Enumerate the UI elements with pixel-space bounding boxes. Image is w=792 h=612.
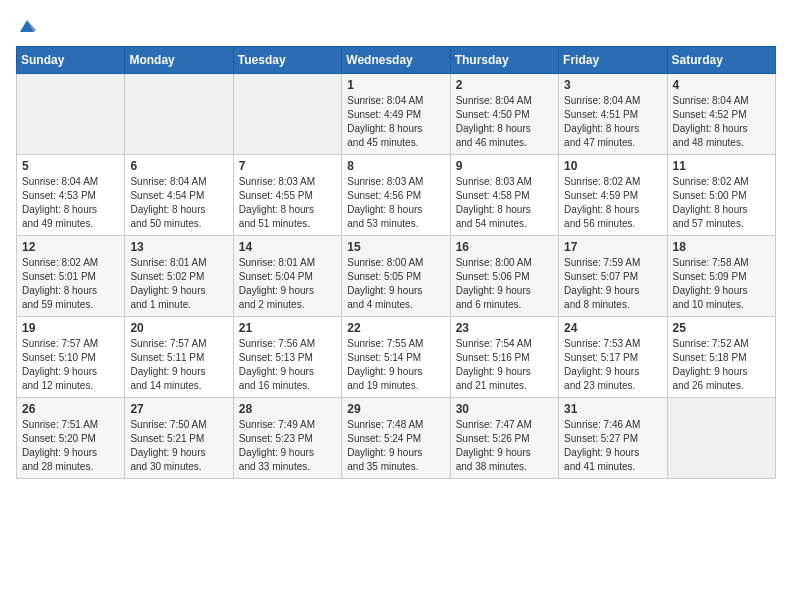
day-number: 26 (22, 402, 119, 416)
logo-triangle-icon (18, 16, 36, 34)
day-cell: 12Sunrise: 8:02 AM Sunset: 5:01 PM Dayli… (17, 236, 125, 317)
day-cell: 14Sunrise: 8:01 AM Sunset: 5:04 PM Dayli… (233, 236, 341, 317)
day-number: 23 (456, 321, 553, 335)
day-info: Sunrise: 8:04 AM Sunset: 4:54 PM Dayligh… (130, 175, 227, 231)
header-row: SundayMondayTuesdayWednesdayThursdayFrid… (17, 47, 776, 74)
day-info: Sunrise: 7:46 AM Sunset: 5:27 PM Dayligh… (564, 418, 661, 474)
day-info: Sunrise: 8:02 AM Sunset: 5:01 PM Dayligh… (22, 256, 119, 312)
day-info: Sunrise: 8:04 AM Sunset: 4:50 PM Dayligh… (456, 94, 553, 150)
day-cell: 28Sunrise: 7:49 AM Sunset: 5:23 PM Dayli… (233, 398, 341, 479)
day-cell (233, 74, 341, 155)
day-cell: 25Sunrise: 7:52 AM Sunset: 5:18 PM Dayli… (667, 317, 775, 398)
day-info: Sunrise: 8:04 AM Sunset: 4:51 PM Dayligh… (564, 94, 661, 150)
day-info: Sunrise: 8:00 AM Sunset: 5:06 PM Dayligh… (456, 256, 553, 312)
day-number: 1 (347, 78, 444, 92)
day-number: 5 (22, 159, 119, 173)
day-number: 18 (673, 240, 770, 254)
day-cell: 7Sunrise: 8:03 AM Sunset: 4:55 PM Daylig… (233, 155, 341, 236)
header-tuesday: Tuesday (233, 47, 341, 74)
week-row-1: 1Sunrise: 8:04 AM Sunset: 4:49 PM Daylig… (17, 74, 776, 155)
header-thursday: Thursday (450, 47, 558, 74)
day-info: Sunrise: 7:53 AM Sunset: 5:17 PM Dayligh… (564, 337, 661, 393)
logo (16, 16, 36, 34)
day-info: Sunrise: 8:01 AM Sunset: 5:02 PM Dayligh… (130, 256, 227, 312)
day-cell: 16Sunrise: 8:00 AM Sunset: 5:06 PM Dayli… (450, 236, 558, 317)
day-cell: 24Sunrise: 7:53 AM Sunset: 5:17 PM Dayli… (559, 317, 667, 398)
week-row-3: 12Sunrise: 8:02 AM Sunset: 5:01 PM Dayli… (17, 236, 776, 317)
day-number: 19 (22, 321, 119, 335)
day-number: 7 (239, 159, 336, 173)
day-number: 28 (239, 402, 336, 416)
day-info: Sunrise: 7:52 AM Sunset: 5:18 PM Dayligh… (673, 337, 770, 393)
day-info: Sunrise: 8:04 AM Sunset: 4:52 PM Dayligh… (673, 94, 770, 150)
day-number: 8 (347, 159, 444, 173)
day-cell: 9Sunrise: 8:03 AM Sunset: 4:58 PM Daylig… (450, 155, 558, 236)
day-number: 16 (456, 240, 553, 254)
day-number: 12 (22, 240, 119, 254)
day-info: Sunrise: 7:55 AM Sunset: 5:14 PM Dayligh… (347, 337, 444, 393)
day-number: 4 (673, 78, 770, 92)
day-number: 29 (347, 402, 444, 416)
day-info: Sunrise: 7:50 AM Sunset: 5:21 PM Dayligh… (130, 418, 227, 474)
day-number: 27 (130, 402, 227, 416)
day-info: Sunrise: 7:58 AM Sunset: 5:09 PM Dayligh… (673, 256, 770, 312)
header-friday: Friday (559, 47, 667, 74)
day-info: Sunrise: 8:03 AM Sunset: 4:56 PM Dayligh… (347, 175, 444, 231)
day-number: 11 (673, 159, 770, 173)
day-number: 24 (564, 321, 661, 335)
week-row-4: 19Sunrise: 7:57 AM Sunset: 5:10 PM Dayli… (17, 317, 776, 398)
header-saturday: Saturday (667, 47, 775, 74)
day-cell: 21Sunrise: 7:56 AM Sunset: 5:13 PM Dayli… (233, 317, 341, 398)
day-number: 30 (456, 402, 553, 416)
day-cell: 30Sunrise: 7:47 AM Sunset: 5:26 PM Dayli… (450, 398, 558, 479)
day-info: Sunrise: 8:04 AM Sunset: 4:53 PM Dayligh… (22, 175, 119, 231)
day-cell: 26Sunrise: 7:51 AM Sunset: 5:20 PM Dayli… (17, 398, 125, 479)
day-number: 6 (130, 159, 227, 173)
day-info: Sunrise: 8:02 AM Sunset: 4:59 PM Dayligh… (564, 175, 661, 231)
day-cell: 4Sunrise: 8:04 AM Sunset: 4:52 PM Daylig… (667, 74, 775, 155)
day-info: Sunrise: 8:03 AM Sunset: 4:55 PM Dayligh… (239, 175, 336, 231)
day-info: Sunrise: 8:01 AM Sunset: 5:04 PM Dayligh… (239, 256, 336, 312)
day-cell: 5Sunrise: 8:04 AM Sunset: 4:53 PM Daylig… (17, 155, 125, 236)
day-number: 22 (347, 321, 444, 335)
day-info: Sunrise: 8:03 AM Sunset: 4:58 PM Dayligh… (456, 175, 553, 231)
week-row-5: 26Sunrise: 7:51 AM Sunset: 5:20 PM Dayli… (17, 398, 776, 479)
header-wednesday: Wednesday (342, 47, 450, 74)
day-info: Sunrise: 8:02 AM Sunset: 5:00 PM Dayligh… (673, 175, 770, 231)
day-cell: 15Sunrise: 8:00 AM Sunset: 5:05 PM Dayli… (342, 236, 450, 317)
day-cell: 17Sunrise: 7:59 AM Sunset: 5:07 PM Dayli… (559, 236, 667, 317)
day-number: 3 (564, 78, 661, 92)
day-info: Sunrise: 7:51 AM Sunset: 5:20 PM Dayligh… (22, 418, 119, 474)
day-number: 21 (239, 321, 336, 335)
header-sunday: Sunday (17, 47, 125, 74)
day-number: 2 (456, 78, 553, 92)
day-cell: 22Sunrise: 7:55 AM Sunset: 5:14 PM Dayli… (342, 317, 450, 398)
day-info: Sunrise: 7:47 AM Sunset: 5:26 PM Dayligh… (456, 418, 553, 474)
day-cell: 10Sunrise: 8:02 AM Sunset: 4:59 PM Dayli… (559, 155, 667, 236)
day-cell: 6Sunrise: 8:04 AM Sunset: 4:54 PM Daylig… (125, 155, 233, 236)
day-number: 25 (673, 321, 770, 335)
day-info: Sunrise: 7:48 AM Sunset: 5:24 PM Dayligh… (347, 418, 444, 474)
day-cell (125, 74, 233, 155)
day-cell: 27Sunrise: 7:50 AM Sunset: 5:21 PM Dayli… (125, 398, 233, 479)
day-cell: 29Sunrise: 7:48 AM Sunset: 5:24 PM Dayli… (342, 398, 450, 479)
day-number: 14 (239, 240, 336, 254)
day-cell: 23Sunrise: 7:54 AM Sunset: 5:16 PM Dayli… (450, 317, 558, 398)
week-row-2: 5Sunrise: 8:04 AM Sunset: 4:53 PM Daylig… (17, 155, 776, 236)
day-number: 13 (130, 240, 227, 254)
day-cell: 20Sunrise: 7:57 AM Sunset: 5:11 PM Dayli… (125, 317, 233, 398)
day-number: 10 (564, 159, 661, 173)
day-cell: 11Sunrise: 8:02 AM Sunset: 5:00 PM Dayli… (667, 155, 775, 236)
day-cell: 1Sunrise: 8:04 AM Sunset: 4:49 PM Daylig… (342, 74, 450, 155)
page-header (16, 16, 776, 34)
day-cell: 3Sunrise: 8:04 AM Sunset: 4:51 PM Daylig… (559, 74, 667, 155)
day-number: 17 (564, 240, 661, 254)
day-cell: 2Sunrise: 8:04 AM Sunset: 4:50 PM Daylig… (450, 74, 558, 155)
day-info: Sunrise: 8:00 AM Sunset: 5:05 PM Dayligh… (347, 256, 444, 312)
day-cell: 31Sunrise: 7:46 AM Sunset: 5:27 PM Dayli… (559, 398, 667, 479)
day-info: Sunrise: 7:59 AM Sunset: 5:07 PM Dayligh… (564, 256, 661, 312)
day-info: Sunrise: 7:57 AM Sunset: 5:11 PM Dayligh… (130, 337, 227, 393)
day-cell (17, 74, 125, 155)
day-cell (667, 398, 775, 479)
day-info: Sunrise: 7:56 AM Sunset: 5:13 PM Dayligh… (239, 337, 336, 393)
